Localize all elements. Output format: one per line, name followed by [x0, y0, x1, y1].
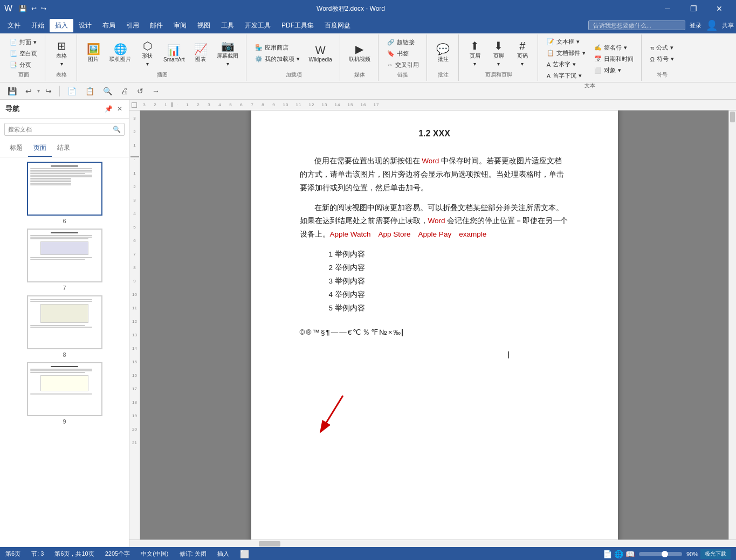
menu-view[interactable]: 视图 [192, 19, 216, 32]
object-button[interactable]: ⬜ 对象▾ [591, 65, 637, 75]
close-button[interactable]: ✕ [707, 0, 732, 17]
picture-button[interactable]: 🖼️ 图片 [82, 42, 104, 65]
menu-baidu[interactable]: 百度网盘 [319, 19, 356, 32]
shapes-button[interactable]: ⬡ 形状▾ [136, 38, 158, 69]
minimize-button[interactable]: ─ [655, 0, 680, 17]
symbol-button[interactable]: Ω 符号▾ [647, 54, 677, 64]
login-button[interactable]: 登录 [690, 22, 701, 30]
next-button[interactable]: → [149, 85, 163, 97]
menu-review[interactable]: 审阅 [168, 19, 192, 32]
undo-icon[interactable]: ↩ [31, 5, 37, 12]
page-thumb-image-6 [27, 162, 102, 216]
ribbon: 📄 封面▾ 📃 空白页 📑 分页 页面 [0, 33, 736, 82]
nav-search-input[interactable] [5, 124, 109, 135]
nav-tab-headings[interactable]: 标题 [4, 140, 28, 157]
ribbon-hf-items: ⬆ 页眉▾ ⬇ 页脚▾ # 页码▾ [464, 37, 533, 70]
comment-icon: 💬 [436, 44, 450, 54]
view-web-button[interactable]: 🌐 [614, 550, 623, 558]
nav-close-button[interactable]: ✕ [116, 104, 123, 114]
cover-button[interactable]: 📄 封面▾ [6, 37, 40, 47]
equation-button[interactable]: π 公式▾ [647, 43, 677, 53]
wordart-button[interactable]: A 艺术字▾ [544, 59, 589, 70]
header-button[interactable]: ⬆ 页眉▾ [464, 38, 486, 69]
save-icon[interactable]: 💾 [19, 5, 27, 12]
cross-ref-button[interactable]: ↔ 交叉引用 [384, 60, 422, 70]
separator1 [59, 86, 60, 96]
my-addins-button[interactable]: ⚙️ 我的加载项▾ [252, 54, 303, 64]
restore-button[interactable]: ❐ [681, 0, 706, 17]
textbox-button[interactable]: 📝 文本框▾ [544, 37, 589, 47]
chart-button[interactable]: 📈 图表 [190, 42, 211, 65]
page-thumb-9[interactable]: 9 [4, 362, 125, 425]
menu-developer[interactable]: 开发工具 [239, 19, 276, 32]
ruler-vertical: 3 2 1 · 1 2 3 4 5 6 7 8 9 10 11 12 13 14… [129, 110, 140, 540]
scrollbar-thumb-h[interactable] [259, 541, 280, 547]
bookmark-button[interactable]: 🔖 书签 [384, 49, 422, 59]
nav-pin-button[interactable]: 📌 [104, 104, 114, 114]
vertical-scrollbar[interactable] [728, 110, 736, 540]
document-area[interactable]: 1.2 XXX 使用在需要位置出现的新按钮在 Word 中保存时间。若要更改图片… [140, 110, 728, 540]
print-button[interactable]: 🖨 [118, 85, 132, 97]
drop-cap-button[interactable]: A 首字下沉▾ [544, 71, 589, 81]
nav-tab-results[interactable]: 结果 [52, 140, 75, 157]
my-addins-icon: ⚙️ [255, 56, 263, 63]
online-picture-button[interactable]: 🌐 联机图片 [106, 42, 134, 65]
page-thumb-num-9: 9 [63, 418, 66, 425]
nav-tab-pages[interactable]: 页面 [28, 140, 52, 157]
scrollbar-thumb-v[interactable] [730, 112, 735, 122]
print-preview-button[interactable]: 📄 [64, 85, 80, 97]
menu-home[interactable]: 开始 [26, 19, 50, 32]
page-thumb-num-8: 8 [63, 351, 66, 358]
title-left-icons: W 💾 ↩ ↪ [4, 4, 46, 13]
menu-layout[interactable]: 布局 [97, 19, 121, 32]
blank-page-icon: 📃 [10, 50, 17, 57]
signature-button[interactable]: ✍ 签名行▾ [591, 43, 637, 53]
datetime-button[interactable]: 📅 日期和时间 [591, 54, 637, 64]
menu-insert[interactable]: 插入 [50, 19, 73, 32]
shapes-icon: ⬡ [143, 40, 152, 51]
menu-mailings[interactable]: 邮件 [145, 19, 168, 32]
footer-button[interactable]: ⬇ 页脚▾ [488, 38, 510, 69]
undo-qa-button[interactable]: ↩ [22, 85, 35, 97]
page-num-button[interactable]: # 页码▾ [512, 38, 533, 69]
menu-pdf[interactable]: PDF工具集 [276, 19, 319, 32]
view-print-button[interactable]: 📄 [603, 550, 612, 558]
bottom-logo-button[interactable]: 极光下载 [700, 549, 731, 559]
status-zoom-level[interactable]: 90% [686, 551, 698, 557]
new-button[interactable]: ↺ [134, 85, 147, 97]
share-button[interactable]: 共享 [722, 22, 734, 30]
screenshot-button[interactable]: 📷 屏幕截图▾ [214, 38, 242, 69]
redo-qa-button[interactable]: ↪ [42, 85, 55, 97]
word-highlight-2: Word [428, 217, 445, 225]
copy-button[interactable]: 📋 [82, 85, 98, 97]
horizontal-scrollbar[interactable] [129, 540, 736, 547]
doc-parts-icon: 📋 [547, 50, 554, 57]
menu-tools[interactable]: 工具 [216, 19, 239, 32]
zoom-slider-thumb[interactable] [662, 551, 668, 557]
blank-page-button[interactable]: 📃 空白页 [6, 49, 40, 59]
comment-button[interactable]: 💬 批注 [432, 42, 454, 65]
page-break-button[interactable]: 📑 分页 [6, 60, 40, 70]
doc-parts-button[interactable]: 📋 文档部件▾ [544, 48, 589, 58]
save-qa-button[interactable]: 💾 [4, 85, 20, 97]
menu-references[interactable]: 引用 [121, 19, 145, 32]
menu-file[interactable]: 文件 [2, 19, 26, 32]
find-button[interactable]: 🔍 [100, 85, 115, 97]
app-store-button[interactable]: 🏪 应用商店 [252, 43, 303, 53]
zoom-slider[interactable] [639, 552, 682, 556]
table-button[interactable]: ⊞ 表格▾ [51, 38, 72, 69]
page-thumb-6[interactable]: 6 [4, 162, 125, 224]
undo-dropdown[interactable]: ▾ [37, 88, 40, 94]
menu-design[interactable]: 设计 [73, 19, 97, 32]
smartart-button[interactable]: 📊 SmartArt [160, 43, 188, 65]
view-read-button[interactable]: 📖 [625, 550, 635, 558]
wikipedia-button[interactable]: W Wikipedia [305, 43, 335, 65]
page-thumb-7[interactable]: 7 [4, 229, 125, 291]
redo-icon[interactable]: ↪ [41, 5, 46, 12]
user-icon[interactable]: 👤 [706, 19, 718, 31]
online-video-button[interactable]: ▶ 联机视频 [346, 42, 374, 65]
page-thumb-8[interactable]: 8 [4, 295, 125, 358]
hyperlink-button[interactable]: 🔗 超链接 [384, 37, 422, 47]
ribbon-search-input[interactable] [588, 20, 685, 30]
nav-search-icon[interactable]: 🔍 [109, 123, 124, 135]
